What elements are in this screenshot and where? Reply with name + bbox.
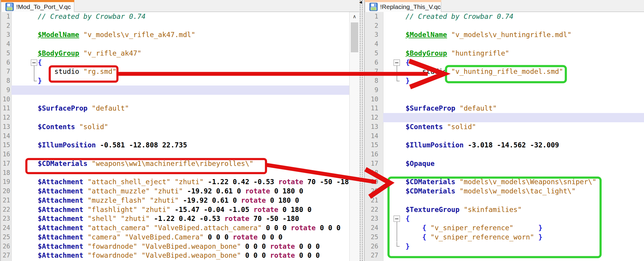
code-text: $SurfaceProp "default"	[38, 104, 129, 113]
line-number: 3	[1, 30, 10, 39]
code-line: 19$Attachment "attach_shell_eject" "zhut…	[1, 177, 359, 187]
code-token	[426, 233, 430, 241]
code-token	[83, 187, 87, 195]
current-line-highlight	[11, 86, 349, 95]
fold-guide-elbow	[397, 246, 400, 247]
code-token: "camera"	[87, 233, 121, 241]
code-token: "weapons\ww1\machinerifle\ribeyrolles\"	[92, 160, 253, 167]
code-token: $Opaque	[406, 160, 435, 167]
code-token	[229, 233, 233, 241]
code-token: "v_sniper_reference"	[430, 224, 513, 232]
code-token: "v_models\v_huntingrifle.mdl"	[451, 31, 572, 39]
right-code-editor[interactable]: 1// Created by Crowbar 0.7423$ModelName …	[365, 12, 644, 261]
code-token	[295, 251, 299, 259]
code-line: 25 { "v_sniper_reference_worn" }	[365, 233, 644, 242]
line-number: 23	[1, 214, 10, 223]
code-token: "default"	[459, 104, 497, 112]
code-token: // Created by Crowbar 0.74	[406, 13, 513, 20]
code-line: 15$IllumPosition -3.018 -14.562 -32.009	[365, 141, 644, 150]
code-token: rotate	[253, 206, 278, 213]
line-number: 22	[365, 205, 378, 214]
fold-guide-elbow	[34, 81, 37, 81]
pane-splitter[interactable]: ◀	[358, 0, 364, 261]
code-token	[83, 178, 87, 186]
code-token	[170, 206, 175, 213]
line-number: 5	[1, 49, 10, 58]
code-token: $Contents	[38, 123, 75, 131]
code-token: 0 0 0	[299, 251, 320, 259]
code-line: 17$Opaque	[365, 159, 644, 168]
code-token: $BodyGroup	[406, 49, 447, 57]
code-token	[266, 196, 270, 204]
code-token: }	[38, 77, 42, 85]
splitter-collapse-icon[interactable]: ◀	[359, 0, 362, 4]
code-token	[170, 178, 175, 186]
code-line: 5$BodyGroup "huntingrifle"	[365, 49, 644, 58]
code-token: "fowardnode"	[87, 242, 137, 250]
left-code-editor[interactable]: 1// Created by Crowbar 0.7423$ModelName …	[1, 12, 359, 261]
code-text: {	[406, 214, 410, 223]
code-token: "zhuti"	[150, 196, 179, 204]
splitter-dots	[360, 0, 361, 261]
code-token	[249, 206, 253, 213]
code-token: "v_sniper_reference_worn"	[430, 233, 534, 241]
line-number: 13	[365, 122, 378, 132]
code-line: 9	[1, 86, 359, 95]
code-line: 13$Contents "solid"	[365, 122, 644, 132]
line-number: 26	[365, 242, 378, 251]
code-token: "v_rifle_ak47"	[83, 49, 141, 57]
line-number: 19	[365, 177, 378, 187]
code-token	[204, 233, 208, 241]
code-token: $IllumPosition	[406, 141, 464, 149]
code-token	[83, 233, 87, 241]
code-line: 21	[365, 196, 644, 205]
code-token: -15.47 -0.04 -1.05	[175, 206, 249, 213]
code-token: $Attachment	[38, 187, 83, 195]
code-line: 23$Attachment "shell" "zhuti" -1.22 0.42…	[1, 214, 359, 223]
code-text: $Attachment "attach_shell_eject" "zhuti"…	[38, 177, 353, 187]
code-token: {	[422, 224, 426, 232]
code-line: 7 studio "rg.smd"	[1, 67, 359, 76]
code-token	[287, 224, 291, 232]
tab-mod-to-port[interactable]: !Mod_To_Port_V.qc	[1, 0, 74, 12]
code-token	[83, 196, 87, 204]
code-line: 12	[1, 113, 359, 122]
code-token: $Contents	[406, 123, 443, 131]
code-text: studio "rg.smd"	[38, 67, 117, 76]
code-token: $Attachment	[38, 215, 83, 222]
code-token: $CDMaterials	[406, 187, 455, 195]
tab-label: !Mod_To_Port_V.qc	[16, 3, 71, 10]
code-line: 11$SurfaceProp "default"	[1, 104, 359, 113]
code-token	[262, 224, 266, 232]
tab-replacing-this[interactable]: !Replacing_This_V.qc	[365, 0, 441, 12]
fold-guide-line	[397, 223, 397, 233]
line-number: 25	[1, 233, 10, 242]
code-token: "ValveBiped.weapon_bone"	[141, 251, 241, 259]
fold-collapse-icon[interactable]	[31, 59, 37, 66]
fold-guide-line	[34, 67, 34, 76]
scrollbar-thumb[interactable]	[351, 22, 358, 52]
code-line: 22$TextureGroup "skinfamilies"	[365, 205, 644, 214]
code-token: 0 0 0	[208, 233, 229, 241]
fold-collapse-icon[interactable]	[394, 216, 400, 222]
code-token: $BodyGroup	[38, 49, 79, 57]
left-vertical-scrollbar[interactable]: ∧	[349, 12, 359, 261]
code-token: -1.22 0.42 -0.53	[208, 178, 274, 186]
fold-guide-line	[397, 233, 397, 242]
line-number: 11	[365, 104, 378, 113]
fold-guide-line	[34, 76, 34, 81]
code-token: $Attachment	[38, 233, 83, 241]
fold-collapse-icon[interactable]	[394, 59, 400, 66]
code-token	[83, 206, 87, 213]
code-text: studio "v_hunting_rifle_model.smd"	[406, 67, 563, 76]
code-line: 21$Attachment "muzzle_flash" "zhuti" -19…	[1, 196, 359, 205]
active-tab-accent-strip	[1, 0, 74, 2]
right-editor-pane: !Replacing_This_V.qc 1// Created by Crow…	[364, 0, 644, 261]
line-number: 19	[1, 177, 10, 187]
code-token	[513, 224, 538, 232]
line-number: 6	[365, 58, 378, 67]
code-token: $Attachment	[38, 206, 83, 213]
code-line: 6{	[365, 58, 644, 67]
code-text: $Attachment "camera" "ValveBiped.Camera"…	[38, 233, 282, 242]
scroll-up-arrow-icon[interactable]: ∧	[350, 13, 359, 21]
